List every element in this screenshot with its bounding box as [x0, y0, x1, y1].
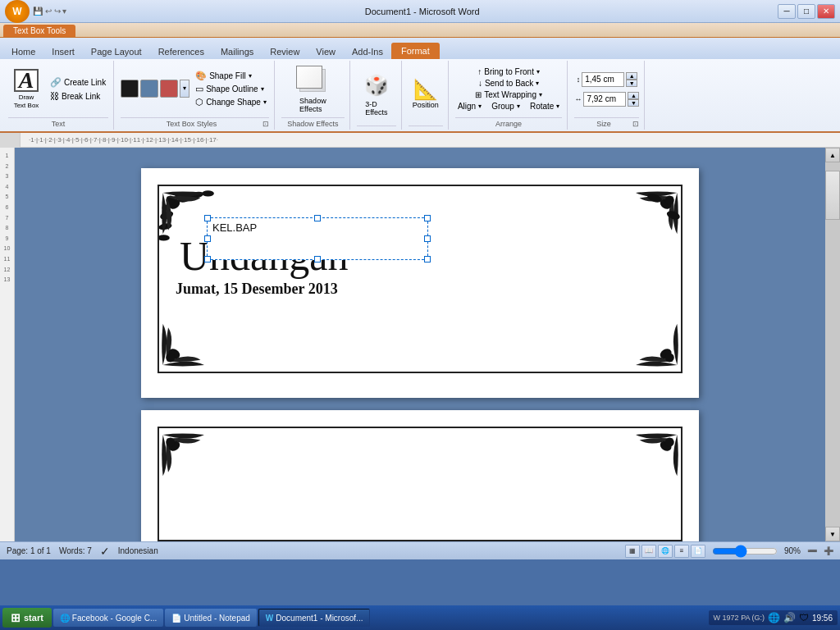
main-area: 12345678910111213 — [0, 148, 840, 541]
color-dropdown-arrow[interactable]: ▾ — [180, 80, 189, 98]
create-link-button[interactable]: 🔗 Create Link — [48, 76, 108, 89]
text-wrapping-button[interactable]: ⊞Text Wrapping▾ — [472, 89, 545, 100]
height-input[interactable] — [582, 72, 624, 87]
zoom-plus[interactable]: ➕ — [824, 546, 833, 555]
position-button[interactable]: 📐 Position — [409, 76, 442, 111]
scroll-thumb[interactable] — [825, 171, 840, 220]
tab-view[interactable]: View — [308, 44, 344, 59]
print-layout-btn[interactable]: ▦ — [625, 545, 640, 558]
change-shape-button[interactable]: ⬡ Change Shape ▾ — [193, 96, 269, 108]
size-expand[interactable]: ⊡ — [632, 120, 639, 128]
context-tab-area: Text Box Tools — [0, 23, 840, 38]
3d-effects-button[interactable]: 🎲 3-DEffects — [357, 68, 396, 119]
textbox-styles-content: ▾ 🎨 Shape Fill ▾ ▭ Shape Outline ▾ — [121, 62, 269, 116]
width-down-button[interactable]: ▼ — [628, 99, 639, 107]
color-swatches: ▾ — [121, 80, 189, 99]
taskbar-word[interactable]: W Document1 - Microsof... — [258, 609, 371, 627]
draft-btn[interactable]: 📄 — [691, 545, 705, 558]
textbox-styles-expand[interactable]: ⊡ — [262, 120, 269, 128]
group-arrange: ↑Bring to Front▾ ↓Send to Back▾ ⊞Text Wr… — [450, 61, 568, 130]
handle-bottom-left[interactable] — [204, 256, 211, 262]
ruler-area: /* ruler ticks rendered below */ ·1·|·1·… — [0, 133, 840, 148]
shadow-effects-group-label: Shadow Effects — [281, 117, 345, 128]
web-layout-btn[interactable]: 🌐 — [658, 545, 673, 558]
position-content: 📐 Position — [409, 62, 443, 124]
width-spinners: ▲ ▼ — [628, 92, 639, 107]
taskbar-notepad[interactable]: 📄 Untitled - Notepad — [165, 609, 257, 627]
ornament-bottom-left — [159, 306, 249, 372]
scroll-down-arrow[interactable]: ▼ — [825, 527, 840, 541]
color-swatch-black[interactable] — [121, 80, 139, 98]
align-button[interactable]: Align▾ — [455, 101, 484, 112]
handle-top-right[interactable] — [424, 215, 431, 221]
scroll-up-arrow[interactable]: ▲ — [825, 148, 840, 162]
scroll-track — [825, 162, 840, 527]
height-up-button[interactable]: ▲ — [626, 72, 637, 80]
zoom-level: 90% — [784, 546, 801, 555]
proofing-icon[interactable]: ✓ — [100, 545, 110, 558]
view-buttons: ▦ 📖 🌐 ≡ 📄 — [625, 545, 705, 558]
height-input-row: ↕ ▲ ▼ — [577, 72, 638, 87]
handle-middle-right[interactable] — [424, 235, 431, 242]
taskbar-facebook[interactable]: 🌐 Facebook - Google C... — [53, 609, 163, 627]
width-input[interactable] — [583, 92, 626, 107]
tab-format[interactable]: Format — [391, 43, 440, 59]
tab-references[interactable]: References — [150, 44, 212, 59]
language-status[interactable]: Indonesian — [118, 546, 158, 555]
full-reading-btn[interactable]: 📖 — [641, 545, 656, 558]
close-button[interactable]: ✕ — [817, 4, 835, 19]
3d-content: 🎲 3-DEffects — [357, 62, 396, 124]
page-1: KEL.BAP Undangan Jumat, 15 Desember 2013 — [141, 168, 699, 398]
shape-fill-button[interactable]: 🎨 Shape Fill ▾ — [193, 70, 269, 82]
tab-page-layout[interactable]: Page Layout — [83, 44, 150, 59]
title-bar-left: W 💾 ↩ ↪ ▾ — [5, 0, 66, 23]
shape-commands: 🎨 Shape Fill ▾ ▭ Shape Outline ▾ ⬡ Chang… — [193, 70, 269, 108]
color-row: ▾ — [121, 80, 189, 98]
vruler-ticks: 12345678910111213 — [0, 148, 14, 285]
handle-top-left[interactable] — [204, 215, 211, 221]
document-area[interactable]: KEL.BAP Undangan Jumat, 15 Desember 2013 — [15, 148, 825, 541]
arrange-content: ↑Bring to Front▾ ↓Send to Back▾ ⊞Text Wr… — [455, 62, 563, 116]
size-group-label: Size ⊡ — [574, 117, 639, 128]
start-button[interactable]: ⊞ start — [2, 608, 52, 628]
shadow-effects-button[interactable]: ShadowEffects — [291, 63, 334, 116]
height-down-button[interactable]: ▼ — [626, 80, 637, 87]
tab-add-ins[interactable]: Add-Ins — [344, 44, 391, 59]
handle-bottom-right[interactable] — [424, 256, 431, 262]
handle-bottom-middle[interactable] — [314, 256, 321, 262]
minimize-button[interactable]: ─ — [778, 4, 796, 19]
tab-home[interactable]: Home — [3, 44, 43, 59]
group-button[interactable]: Group▾ — [489, 101, 523, 112]
shape-outline-button[interactable]: ▭ Shape Outline ▾ — [193, 83, 269, 95]
zoom-slider[interactable] — [712, 546, 778, 556]
send-to-back-button[interactable]: ↓Send to Back▾ — [476, 78, 541, 89]
handle-middle-left[interactable] — [204, 235, 211, 242]
outline-btn[interactable]: ≡ — [674, 545, 689, 558]
color-swatch-blue[interactable] — [140, 80, 158, 98]
maximize-button[interactable]: □ — [797, 4, 815, 19]
draw-text-box-button[interactable]: A DrawText Box — [8, 67, 44, 111]
tab-review[interactable]: Review — [262, 44, 308, 59]
svg-point-16 — [166, 353, 175, 362]
handle-top-middle[interactable] — [314, 215, 321, 221]
office-button[interactable]: W — [5, 0, 30, 23]
shadow-content: ShadowEffects — [281, 62, 345, 116]
tray-sound[interactable]: 🔊 — [783, 612, 796, 623]
tray-shield[interactable]: 🛡 — [799, 612, 809, 623]
ornament-bottom-right — [591, 306, 681, 372]
break-link-button[interactable]: ⛓ Break Link — [48, 90, 108, 102]
text-box-selected[interactable]: KEL.BAP — [207, 217, 428, 260]
color-swatch-red[interactable] — [160, 80, 178, 98]
horizontal-ruler: /* ruler ticks rendered below */ ·1·|·1·… — [21, 133, 840, 147]
zoom-minus[interactable]: ➖ — [807, 546, 817, 555]
position-label: Position — [413, 101, 439, 109]
tab-insert[interactable]: Insert — [43, 44, 83, 59]
vertical-scrollbar[interactable]: ▲ ▼ — [825, 148, 840, 541]
tray-network[interactable]: 🌐 — [768, 612, 780, 623]
bring-to-front-button[interactable]: ↑Bring to Front▾ — [475, 66, 542, 77]
group-textbox-styles: ▾ 🎨 Shape Fill ▾ ▭ Shape Outline ▾ — [116, 61, 275, 130]
date-text: Jumat, 15 Desember 2013 — [167, 281, 673, 298]
rotate-button[interactable]: Rotate▾ — [527, 101, 562, 112]
width-up-button[interactable]: ▲ — [628, 92, 639, 99]
tab-mailings[interactable]: Mailings — [212, 44, 262, 59]
